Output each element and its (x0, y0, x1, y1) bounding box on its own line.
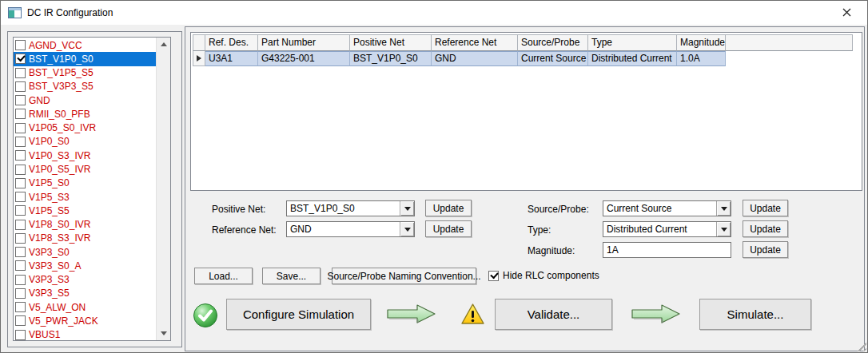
checkbox-icon[interactable] (15, 178, 26, 188)
net-list-item[interactable]: V3P3_S0_A (14, 259, 157, 272)
net-list-item[interactable]: RMII_S0_PFB (14, 107, 157, 121)
validate-button[interactable]: Validate... (495, 299, 612, 330)
net-list-item[interactable]: V1P5_S5 (14, 204, 157, 217)
net-list-item[interactable]: V1P0_S0 (14, 135, 157, 149)
simulate-button[interactable]: Simulate... (699, 299, 811, 330)
magnitude-input[interactable]: 1A (603, 242, 731, 258)
checkbox-icon[interactable] (15, 192, 26, 202)
close-icon[interactable] (830, 1, 862, 24)
net-list-item[interactable]: BST_V1P0_S0 (14, 52, 157, 65)
column-header[interactable]: Type (588, 34, 677, 51)
checkbox-icon[interactable] (15, 68, 26, 78)
app-window-icon (8, 7, 22, 18)
table-cell[interactable]: BST_V1P0_S0 (350, 51, 432, 66)
naming-convention-button[interactable]: Source/Probe Naming Convention... (332, 268, 476, 284)
update-source-probe-button[interactable]: Update (743, 200, 788, 216)
positive-net-select[interactable]: BST_V1P0_S0 (286, 200, 415, 216)
checkbox-icon[interactable] (15, 95, 26, 105)
checkbox-icon[interactable] (15, 40, 26, 50)
load-button[interactable]: Load... (194, 268, 253, 284)
column-header[interactable]: Source/Probe (518, 34, 588, 51)
update-type-button[interactable]: Update (743, 220, 788, 237)
checkbox-icon[interactable] (15, 330, 26, 340)
chevron-down-icon[interactable] (400, 222, 414, 236)
net-name: V1P5_S0 (29, 177, 70, 188)
column-header[interactable]: Ref. Des. (205, 34, 258, 51)
checkbox-icon[interactable] (15, 233, 26, 244)
scroll-down-icon[interactable] (157, 327, 170, 340)
table-cell[interactable]: 1.0A (677, 51, 726, 66)
update-positive-net-button[interactable]: Update (425, 200, 472, 216)
checkbox-icon[interactable] (15, 220, 26, 230)
net-name: BST_V1P5_S5 (29, 67, 94, 78)
column-header[interactable]: Reference Net (432, 34, 518, 51)
net-list-item[interactable]: AGND_VCC (14, 38, 157, 52)
table-cell[interactable]: Current Source (518, 51, 588, 66)
net-name: V1P8_S0_IVR (29, 219, 90, 230)
checkbox-icon[interactable] (15, 275, 26, 285)
hide-rlc-checkbox[interactable]: Hide RLC components (488, 270, 599, 281)
checkbox-icon[interactable] (15, 302, 26, 312)
checkbox-icon[interactable] (15, 288, 26, 299)
net-list-item[interactable]: V3P3_S5 (14, 287, 157, 300)
chevron-down-icon[interactable] (716, 201, 731, 216)
row-selector-cell[interactable] (193, 51, 205, 66)
net-list-item[interactable]: V1P05_S0_IVR (14, 121, 157, 135)
net-list-item[interactable]: V5_ALW_ON (14, 300, 157, 314)
table-cell[interactable]: U3A1 (205, 51, 258, 66)
checkbox-icon[interactable] (15, 109, 26, 119)
column-header[interactable]: Part Number (258, 34, 350, 51)
net-list-item[interactable]: V1P0_S5_IVR (14, 162, 157, 176)
net-list-item[interactable]: V3P3_S0 (14, 245, 157, 259)
checkbox-icon[interactable] (15, 137, 26, 147)
table-row[interactable]: U3A1G43225-001BST_V1P0_S0GNDCurrent Sour… (193, 51, 853, 66)
net-list-item[interactable]: V1P5_S0 (14, 176, 157, 190)
reference-net-select[interactable]: GND (286, 221, 415, 237)
net-list-panel: AGND_VCCBST_V1P0_S0BST_V1P5_S5BST_V3P3_S… (7, 31, 182, 347)
dc-ir-configuration-dialog: DC IR Configuration AGND_VCCBST_V1P0_S0B… (0, 0, 868, 353)
chevron-down-icon[interactable] (716, 222, 731, 236)
checkbox-icon[interactable] (15, 247, 26, 257)
source-grid[interactable]: Ref. Des.Part NumberPositive NetReferenc… (193, 34, 853, 66)
net-name: RMII_S0_PFB (29, 109, 90, 120)
net-list-item[interactable]: BST_V3P3_S5 (14, 80, 157, 93)
update-magnitude-button[interactable]: Update (743, 241, 788, 258)
checkbox-icon[interactable] (15, 81, 26, 92)
table-cell[interactable]: G43225-001 (258, 51, 350, 66)
source-probe-select[interactable]: Current Source (603, 200, 731, 216)
type-select[interactable]: Distributed Current (603, 221, 731, 237)
checkbox-icon[interactable] (15, 315, 26, 326)
checkbox-icon[interactable] (488, 271, 499, 281)
update-reference-net-button[interactable]: Update (425, 220, 472, 237)
net-list-item[interactable]: V1P8_S3_IVR (14, 232, 157, 245)
net-name: V5_ALW_ON (29, 302, 86, 313)
table-cell[interactable]: GND (432, 51, 518, 66)
net-list-item[interactable]: V1P8_S0_IVR (14, 217, 157, 231)
column-header[interactable]: Magnitude (677, 34, 726, 51)
save-button[interactable]: Save... (262, 268, 321, 284)
checkbox-icon[interactable] (15, 205, 26, 216)
net-list-item[interactable]: VBUS1 (14, 328, 157, 341)
checkbox-icon[interactable] (15, 260, 26, 271)
configure-simulation-button[interactable]: Configure Simulation (226, 299, 371, 330)
net-list-scrollbar[interactable] (156, 38, 170, 340)
net-list-item[interactable]: GND (14, 93, 157, 107)
column-header-filler (726, 34, 853, 51)
net-list-item[interactable]: V1P0_S3_IVR (14, 149, 157, 162)
net-name: V1P05_S0_IVR (29, 122, 96, 133)
net-list-item[interactable]: BST_V1P5_S5 (14, 66, 157, 80)
net-checklist[interactable]: AGND_VCCBST_V1P0_S0BST_V1P5_S5BST_V3P3_S… (13, 37, 171, 341)
checkbox-icon[interactable] (15, 54, 26, 64)
net-list-item[interactable]: V1P5_S3 (14, 190, 157, 204)
column-header[interactable]: Positive Net (350, 34, 432, 51)
source-probe-label: Source/Probe: (528, 204, 589, 215)
scroll-up-icon[interactable] (157, 38, 170, 51)
table-cell[interactable]: Distributed Current (588, 51, 677, 66)
checkbox-icon[interactable] (15, 150, 26, 161)
net-list-item[interactable]: V5_PWR_JACK (14, 314, 157, 327)
net-list-item[interactable]: V3P3_S3 (14, 273, 157, 287)
checkbox-icon[interactable] (15, 165, 26, 175)
flow-arrow-icon (387, 304, 438, 326)
chevron-down-icon[interactable] (400, 201, 414, 216)
checkbox-icon[interactable] (15, 123, 26, 133)
